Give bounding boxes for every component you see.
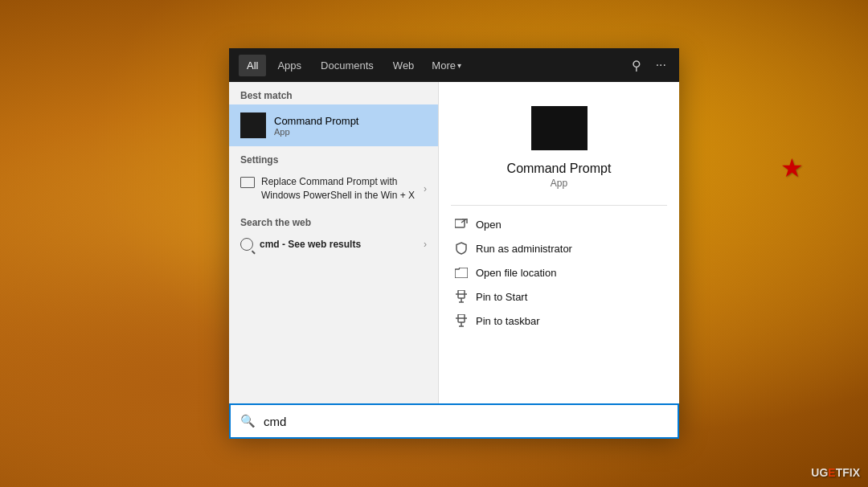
search-window: All Apps Documents Web More ⚲ ··· Best m… [229,48,679,434]
run-admin-label: Run as administrator [476,243,572,255]
best-match-item[interactable]: Command Prompt App [229,104,438,146]
settings-item-text: Replace Command Prompt with Windows Powe… [261,175,424,203]
tab-documents[interactable]: Documents [313,55,382,76]
settings-item[interactable]: Replace Command Prompt with Windows Powe… [229,169,438,209]
pin-start-label: Pin to Start [476,291,527,303]
best-match-type: App [274,127,358,137]
cmd-icon [240,113,266,138]
right-panel: Command Prompt App Open [438,82,679,434]
folder-icon [455,266,468,279]
best-match-label: Best match [229,82,438,104]
app-preview-name: Command Prompt [507,162,612,176]
open-icon [455,218,468,231]
web-search-text: cmd - See web results [260,239,361,250]
file-location-label: Open file location [476,267,556,279]
shield-icon [455,242,468,255]
tab-web[interactable]: Web [385,55,423,76]
watermark: UGETFIX [811,466,860,479]
nav-bar: All Apps Documents Web More ⚲ ··· [229,48,679,82]
web-search-label: Search the web [229,209,438,231]
search-bar: 🔍 [229,403,679,439]
web-search-item[interactable]: cmd - See web results › [229,231,438,257]
best-match-text: Command Prompt App [274,115,358,137]
web-search-left: cmd - See web results [240,238,361,251]
search-input[interactable] [264,415,668,428]
tab-all[interactable]: All [239,55,266,76]
settings-icon [240,177,255,188]
open-label: Open [476,219,502,231]
nav-icons: ⚲ ··· [628,55,669,76]
action-open[interactable]: Open [447,212,671,236]
main-content: Best match Command Prompt App Settings R… [229,82,679,434]
action-pin-taskbar[interactable]: Pin to taskbar [447,309,671,333]
best-match-name: Command Prompt [274,115,358,127]
chevron-right-icon: › [424,183,427,194]
app-preview-icon [531,106,588,150]
pin-taskbar-label: Pin to taskbar [476,315,540,327]
pin-taskbar-icon [455,314,468,327]
nav-search-icon[interactable]: ⚲ [628,55,645,76]
pin-start-icon [455,290,468,303]
left-panel: Best match Command Prompt App Settings R… [229,82,438,434]
divider [451,205,667,206]
settings-label: Settings [229,146,438,169]
tab-more[interactable]: More [425,55,468,76]
settings-item-left: Replace Command Prompt with Windows Powe… [240,175,424,203]
tab-apps[interactable]: Apps [269,55,309,76]
svg-rect-0 [455,219,465,227]
search-bar-icon: 🔍 [240,414,256,428]
app-preview-type: App [551,178,567,189]
nav-more-icon[interactable]: ··· [653,55,669,76]
action-file-location[interactable]: Open file location [447,260,671,284]
action-list: Open Run as administrator [439,212,679,333]
web-search-icon [240,238,253,251]
web-chevron-right-icon: › [424,239,427,250]
action-run-admin[interactable]: Run as administrator [447,236,671,260]
action-pin-start[interactable]: Pin to Start [447,284,671,309]
web-search-query-text: cmd - See web results [260,239,361,250]
